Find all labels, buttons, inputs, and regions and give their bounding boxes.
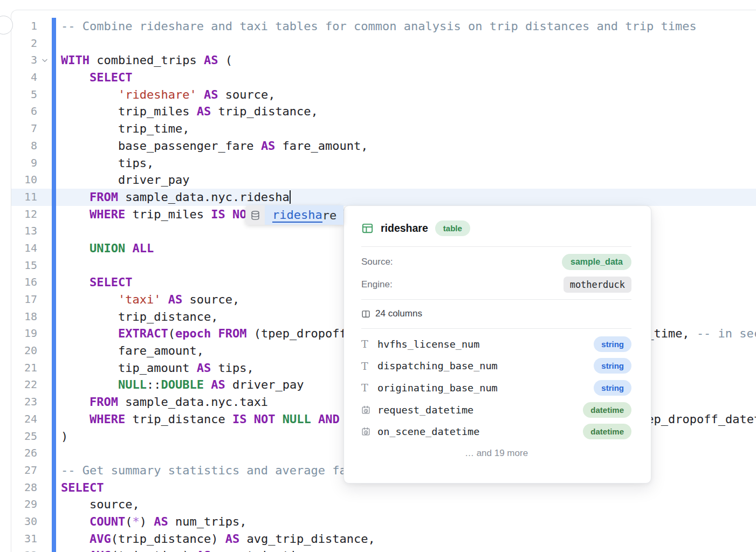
changed-lines-bar xyxy=(52,69,56,86)
code-line[interactable]: 32 AVG(trip_time) AS avg_trip_time, xyxy=(11,547,756,552)
code-line[interactable]: 30 COUNT(*) AS num_trips, xyxy=(11,513,756,530)
changed-lines-bar xyxy=(52,530,56,548)
source-badge: sample_data xyxy=(562,254,631,270)
table-icon xyxy=(361,222,374,234)
column-type-badge: string xyxy=(594,336,631,352)
code-text[interactable]: AVG(trip_time) AS avg_trip_time, xyxy=(56,547,756,552)
autocomplete-item[interactable]: rideshare xyxy=(245,205,343,225)
column-type-badge: string xyxy=(594,380,631,396)
column-row: Toriginating_base_numstring xyxy=(361,377,631,399)
datetime-icon xyxy=(361,405,377,415)
code-line[interactable]: 6 trip_miles AS trip_distance, xyxy=(11,103,756,120)
code-text[interactable]: trip_miles AS trip_distance, xyxy=(56,103,756,120)
code-text[interactable] xyxy=(56,35,756,52)
line-number: 11 xyxy=(11,189,37,206)
autocomplete-typed-text: ridesha xyxy=(272,208,322,223)
changed-lines-bar xyxy=(52,240,56,257)
code-line[interactable]: 4 SELECT xyxy=(11,69,756,86)
table-card-header: rideshare table xyxy=(361,206,631,238)
code-line[interactable]: 2 xyxy=(11,35,756,52)
changed-lines-bar xyxy=(52,18,56,35)
code-text[interactable]: FROM sample_data.nyc.ridesha xyxy=(56,189,756,206)
code-text[interactable]: tips, xyxy=(56,155,756,172)
code-text[interactable]: driver_pay xyxy=(56,171,756,189)
changed-lines-bar xyxy=(52,171,56,189)
changed-lines-bar xyxy=(52,155,56,172)
fold-gutter xyxy=(37,189,52,206)
fold-gutter xyxy=(37,171,52,189)
table-name: rideshare xyxy=(381,222,428,234)
line-number: 9 xyxy=(11,155,37,172)
line-number: 18 xyxy=(11,308,37,326)
autocomplete-label: rideshare xyxy=(265,205,343,225)
column-name: originating_base_num xyxy=(377,382,498,394)
meta-label: Engine: xyxy=(361,279,393,290)
fold-gutter xyxy=(37,411,52,428)
changed-lines-bar xyxy=(52,360,56,377)
line-number: 22 xyxy=(11,376,37,394)
line-number: 16 xyxy=(11,274,37,291)
line-number: 5 xyxy=(11,86,37,104)
code-text[interactable]: WITH combined_trips AS ( xyxy=(56,52,756,69)
code-text[interactable]: 'rideshare' AS source, xyxy=(56,86,756,104)
code-text[interactable]: trip_time, xyxy=(56,120,756,137)
line-number: 25 xyxy=(11,428,37,445)
fold-gutter xyxy=(37,291,52,308)
code-text[interactable]: COUNT(*) AS num_trips, xyxy=(56,513,756,530)
fold-gutter xyxy=(37,479,52,496)
code-line[interactable]: 7 trip_time, xyxy=(11,120,756,137)
changed-lines-bar xyxy=(52,257,56,274)
fold-gutter xyxy=(37,240,52,257)
changed-lines-bar xyxy=(52,513,56,530)
column-name: dispatching_base_num xyxy=(377,360,498,371)
code-line[interactable]: 10 driver_pay xyxy=(11,171,756,189)
text-type-icon: T xyxy=(361,338,377,350)
line-number: 12 xyxy=(11,206,37,223)
changed-lines-bar xyxy=(52,120,56,137)
code-line[interactable]: 9 tips, xyxy=(11,155,756,172)
meta-row: Source:sample_data xyxy=(361,251,631,273)
changed-lines-bar xyxy=(52,223,56,240)
line-number: 8 xyxy=(11,137,37,155)
column-list: Thvfhs_license_numstringTdispatching_bas… xyxy=(361,329,631,443)
column-name: on_scene_datetime xyxy=(377,426,479,437)
fold-gutter xyxy=(37,223,52,240)
code-line[interactable]: 3WITH combined_trips AS ( xyxy=(11,52,756,69)
changed-lines-bar xyxy=(52,428,56,445)
code-line[interactable]: 31 AVG(trip_distance) AS avg_trip_distan… xyxy=(11,530,756,548)
fold-gutter xyxy=(37,120,52,137)
column-row: request_datetimedatetime xyxy=(361,399,631,421)
divider xyxy=(361,299,631,300)
column-type-badge: string xyxy=(594,358,631,374)
changed-lines-bar xyxy=(52,291,56,308)
code-line[interactable]: 1-- Combine rideshare and taxi tables fo… xyxy=(11,18,756,35)
table-type-badge: table xyxy=(435,220,470,236)
fold-gutter xyxy=(37,137,52,155)
changed-lines-bar xyxy=(52,52,56,69)
line-number: 4 xyxy=(11,69,37,86)
line-number: 21 xyxy=(11,360,37,377)
code-text[interactable]: AVG(trip_distance) AS avg_trip_distance, xyxy=(56,530,756,548)
column-type-badge: datetime xyxy=(583,424,631,439)
text-cursor xyxy=(290,190,291,204)
fold-gutter xyxy=(37,86,52,104)
column-name: request_datetime xyxy=(377,404,473,416)
column-row: on_scene_datetimedatetime xyxy=(361,420,631,443)
fold-gutter xyxy=(37,445,52,462)
changed-lines-bar xyxy=(52,394,56,411)
fold-gutter xyxy=(37,35,52,52)
code-line[interactable]: 5 'rideshare' AS source, xyxy=(11,86,756,104)
code-text[interactable]: SELECT xyxy=(56,69,756,86)
autocomplete-rest-text: re xyxy=(322,209,337,222)
fold-gutter xyxy=(37,360,52,377)
code-line[interactable]: 29 source, xyxy=(11,496,756,513)
code-line[interactable]: 11 FROM sample_data.nyc.ridesha xyxy=(11,189,756,206)
code-text[interactable]: base_passenger_fare AS fare_amount, xyxy=(56,137,756,155)
code-line[interactable]: 8 base_passenger_fare AS fare_amount, xyxy=(11,137,756,155)
code-text[interactable]: source, xyxy=(56,496,756,513)
changed-lines-bar xyxy=(52,274,56,291)
changed-lines-bar xyxy=(52,547,56,552)
code-text[interactable]: -- Combine rideshare and taxi tables for… xyxy=(56,18,756,35)
fold-chevron-icon[interactable] xyxy=(37,52,52,69)
column-row: Tdispatching_base_numstring xyxy=(361,355,631,377)
